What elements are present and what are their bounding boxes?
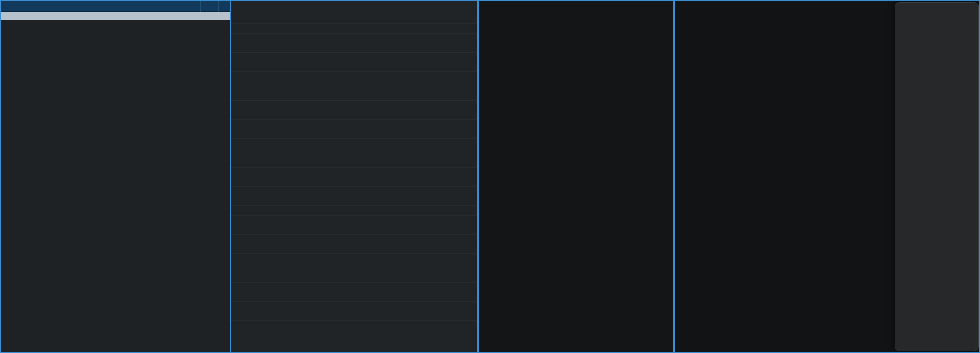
pane-divider[interactable] xyxy=(673,1,675,352)
col-header-percent[interactable] xyxy=(175,1,201,12)
summary-percent xyxy=(175,12,201,20)
col-header-task-name[interactable] xyxy=(27,1,125,12)
gantt-row-grid xyxy=(231,5,477,330)
col-header-days[interactable] xyxy=(201,1,219,12)
pane-divider[interactable] xyxy=(477,1,479,352)
summary-days xyxy=(201,12,219,20)
pane-divider[interactable] xyxy=(230,1,231,352)
project-summary-row xyxy=(1,12,230,20)
task-table-pane xyxy=(1,1,230,352)
project-app-window xyxy=(0,0,980,353)
col-header-icon xyxy=(219,1,230,12)
col-header-number[interactable] xyxy=(1,1,27,12)
gantt-chart-pane xyxy=(231,1,477,352)
summary-finish xyxy=(150,12,175,20)
col-header-start[interactable] xyxy=(125,1,150,12)
network-diagram-pane xyxy=(479,1,673,352)
task-inspector-panel xyxy=(895,2,979,351)
summary-start xyxy=(125,12,150,20)
table-header xyxy=(1,1,230,12)
col-header-finish[interactable] xyxy=(150,1,175,12)
